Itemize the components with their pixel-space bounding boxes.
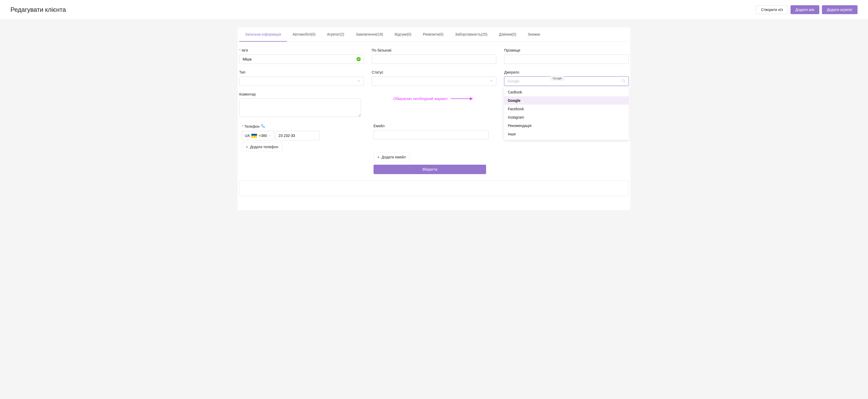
phone-label: Телефон bbox=[242, 124, 259, 128]
status-label: Статус bbox=[372, 70, 496, 74]
first-name-input[interactable] bbox=[239, 55, 364, 64]
source-tooltip: Google bbox=[551, 76, 564, 81]
type-select[interactable] bbox=[239, 76, 364, 86]
status-select[interactable] bbox=[372, 76, 496, 86]
comment-textarea[interactable] bbox=[239, 98, 361, 117]
source-label: Джерело bbox=[504, 70, 629, 74]
type-label: Тип bbox=[239, 70, 364, 74]
chevron-down-icon bbox=[357, 79, 361, 83]
source-dropdown: CarBook Google Facebook Instagram Рекоме… bbox=[504, 86, 629, 140]
tab-requisites[interactable]: Реквізити(0) bbox=[417, 28, 450, 42]
page-title: Редагувати клієнта bbox=[10, 6, 66, 13]
chevron-down-icon bbox=[269, 134, 271, 137]
add-email-button[interactable]: + Додати емейл bbox=[374, 153, 410, 161]
middle-name-label: По батькові bbox=[372, 48, 496, 52]
first-name-label: Ім'я bbox=[239, 48, 364, 52]
bottom-panel bbox=[239, 180, 629, 196]
phone-country-select[interactable]: UA +380 bbox=[242, 131, 274, 140]
page-header: Редагувати клієнта Створити н/з Додати а… bbox=[0, 0, 868, 20]
tab-calls[interactable]: Дзвінки(0) bbox=[493, 28, 522, 42]
header-actions: Створити н/з Додати а/м Додати агрегат bbox=[756, 5, 858, 14]
phone-prefix-text: +380 bbox=[259, 133, 267, 138]
source-option-google[interactable]: Google bbox=[504, 96, 629, 105]
source-option-facebook[interactable]: Facebook bbox=[504, 105, 629, 113]
add-email-label: Додати емейл bbox=[382, 155, 406, 159]
chevron-down-icon bbox=[490, 79, 493, 83]
source-option-carbook[interactable]: CarBook bbox=[504, 88, 629, 96]
create-order-button[interactable]: Створити н/з bbox=[756, 5, 788, 14]
tab-cars[interactable]: Автомобілі(0) bbox=[287, 28, 321, 42]
tab-debt[interactable]: Заборгованість(25) bbox=[449, 28, 493, 42]
tabs: Загальна інформація Автомобілі(0) Агрега… bbox=[239, 28, 629, 42]
search-icon bbox=[622, 79, 625, 84]
last-name-input[interactable] bbox=[504, 55, 629, 64]
tab-discounts[interactable]: Знижки bbox=[522, 28, 546, 42]
source-option-instagram[interactable]: Instagram bbox=[504, 113, 629, 121]
plus-icon: + bbox=[246, 145, 248, 149]
middle-name-input[interactable] bbox=[372, 55, 496, 64]
valid-check-icon bbox=[356, 57, 361, 61]
add-aggregate-button[interactable]: Додати агрегат bbox=[822, 5, 858, 14]
comment-label: Коментар bbox=[239, 92, 361, 96]
add-phone-button[interactable]: + Додати телефон bbox=[242, 143, 282, 151]
source-search-text: Google bbox=[507, 79, 625, 83]
save-button[interactable]: Зберегти bbox=[374, 165, 486, 174]
add-car-button[interactable]: Додати а/м bbox=[790, 5, 819, 14]
phone-icon bbox=[261, 124, 265, 129]
main-panel: Загальна інформація Автомобілі(0) Агрега… bbox=[238, 28, 630, 210]
tab-general[interactable]: Загальна інформація bbox=[239, 28, 287, 42]
phone-input[interactable] bbox=[275, 131, 320, 140]
last-name-label: Прізвище bbox=[504, 48, 629, 52]
phone-country-code: UA bbox=[245, 133, 250, 138]
tab-aggregate[interactable]: Агрегат(2) bbox=[321, 28, 350, 42]
tab-reviews[interactable]: Відгуки(0) bbox=[389, 28, 417, 42]
source-option-recommendation[interactable]: Рекомендація bbox=[504, 121, 629, 130]
form-body: Ім'я По батькові Прізвище Тип bbox=[239, 42, 629, 203]
svg-point-0 bbox=[622, 79, 625, 82]
plus-icon: + bbox=[377, 155, 379, 159]
tab-orders[interactable]: Замовлення(18) bbox=[350, 28, 389, 42]
source-select[interactable]: Google bbox=[504, 76, 629, 86]
ua-flag-icon bbox=[251, 134, 257, 138]
email-input[interactable] bbox=[374, 130, 489, 140]
source-option-other[interactable]: Інше bbox=[504, 130, 629, 138]
add-phone-label: Додати телефон bbox=[250, 145, 278, 149]
email-label: Емейл bbox=[374, 124, 497, 128]
